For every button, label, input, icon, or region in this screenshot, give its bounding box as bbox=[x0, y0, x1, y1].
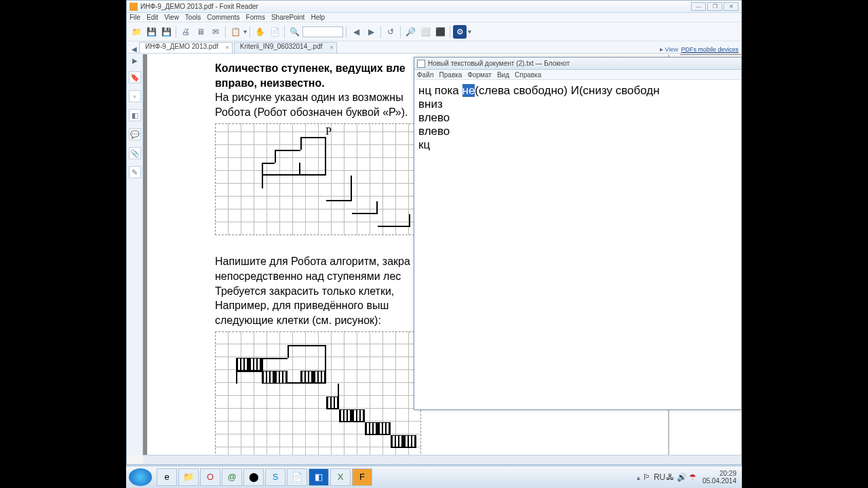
print-icon[interactable]: 🖨 bbox=[179, 25, 193, 39]
close-button[interactable]: ✕ bbox=[724, 2, 738, 11]
np-menu-format[interactable]: Формат bbox=[467, 71, 492, 79]
task-chrome-icon[interactable]: ⬤ bbox=[243, 468, 264, 486]
menu-forms[interactable]: Forms bbox=[246, 14, 265, 21]
tray-sound-icon[interactable]: 🔊 bbox=[677, 472, 686, 482]
task-notepad-icon[interactable]: 📄 bbox=[287, 468, 307, 486]
maximize-button[interactable]: ❐ bbox=[707, 2, 722, 11]
notepad-titlebar[interactable]: Новый текстовый документ (2).txt — Блокн… bbox=[414, 58, 741, 70]
tray-network-icon[interactable]: 🖧 bbox=[665, 472, 675, 482]
open-icon[interactable]: 📁 bbox=[130, 25, 143, 39]
task-opera-icon[interactable]: O bbox=[200, 468, 220, 486]
toolbar: 📁 💾 💾 🖨 🖥 ✉ 📋 ▾ ✋ 📄 🔍 ◀ ▶ ↺ 🔎 ⬜ ⬛ bbox=[127, 22, 741, 41]
menubar: File Edit View Tools Comments Forms Shar… bbox=[127, 13, 741, 22]
task-app-icon[interactable]: ◧ bbox=[309, 468, 329, 486]
document-tab[interactable]: Kriterii_IN9_06032014_.pdf× bbox=[234, 42, 337, 53]
tray-lang[interactable]: RU bbox=[654, 472, 663, 482]
signatures-icon[interactable]: ✎ bbox=[129, 166, 141, 178]
fit-icon[interactable]: ⬜ bbox=[418, 25, 432, 39]
clipboard-icon[interactable]: 📋 bbox=[229, 25, 242, 39]
figure-1: Р bbox=[215, 123, 421, 235]
robot-label: Р bbox=[326, 125, 332, 138]
next-page-icon[interactable]: ▶ bbox=[364, 25, 378, 39]
taskbar[interactable]: e 📁 O @ ⬤ S 📄 ◧ X F ▴ 🏳 RU 🖧 🔊 ☂ 20:29 0… bbox=[126, 466, 742, 488]
menu-file[interactable]: File bbox=[130, 14, 140, 21]
menu-comments[interactable]: Comments bbox=[207, 14, 239, 21]
notepad-window[interactable]: Новый текстовый документ (2).txt — Блокн… bbox=[414, 57, 742, 410]
notepad-title: Новый текстовый документ (2).txt — Блокн… bbox=[428, 60, 570, 67]
pages-icon[interactable]: ▫ bbox=[129, 90, 141, 102]
document-tab[interactable]: ИНФ-9_ДЕМО 2013.pdf× bbox=[139, 42, 233, 53]
task-excel-icon[interactable]: X bbox=[330, 468, 351, 486]
save-icon[interactable]: 💾 bbox=[144, 25, 158, 39]
text-selection: не bbox=[462, 84, 475, 97]
tray-av-icon[interactable]: ☂ bbox=[688, 472, 698, 482]
search-input[interactable] bbox=[302, 26, 343, 37]
np-menu-edit[interactable]: Правка bbox=[439, 71, 462, 79]
close-tab-icon[interactable]: × bbox=[330, 44, 333, 51]
menu-help[interactable]: Help bbox=[311, 14, 325, 21]
select-text-icon[interactable]: 📄 bbox=[268, 25, 281, 39]
np-menu-help[interactable]: Справка bbox=[515, 71, 541, 79]
sidebar: ▶ 🔖 ▫ ◧ 💬 📎 ✎ bbox=[127, 54, 143, 455]
minimize-button[interactable]: — bbox=[691, 2, 706, 11]
email-icon[interactable]: ✉ bbox=[209, 25, 222, 39]
task-mail-icon[interactable]: @ bbox=[222, 468, 242, 486]
expand-icon[interactable]: ▶ bbox=[132, 57, 138, 64]
monitor-icon[interactable]: 🖥 bbox=[194, 25, 208, 39]
menu-edit[interactable]: Edit bbox=[146, 14, 158, 21]
scrollbar-horizontal[interactable] bbox=[143, 455, 741, 464]
fit-width-icon[interactable]: ⬛ bbox=[433, 25, 447, 39]
task-skype-icon[interactable]: S bbox=[265, 468, 285, 486]
prev-page-icon[interactable]: ◀ bbox=[349, 25, 363, 39]
attachments-icon[interactable]: 📎 bbox=[129, 147, 141, 159]
rotate-left-icon[interactable]: ↺ bbox=[384, 25, 397, 39]
menu-sharepoint[interactable]: SharePoint bbox=[271, 14, 304, 21]
settings-icon[interactable]: ⚙ bbox=[453, 25, 467, 39]
figure-2 bbox=[215, 331, 421, 455]
tray-flag-icon[interactable]: 🏳 bbox=[642, 472, 652, 482]
start-button[interactable] bbox=[129, 468, 152, 486]
notepad-icon bbox=[417, 60, 425, 68]
bookmarks-icon[interactable]: 🔖 bbox=[129, 71, 141, 83]
task-explorer-icon[interactable]: 📁 bbox=[178, 468, 199, 486]
menu-view[interactable]: View bbox=[164, 14, 179, 21]
notepad-menubar: Файл Правка Формат Вид Справка bbox=[414, 70, 741, 80]
tabbar: ◀ ИНФ-9_ДЕМО 2013.pdf× Kriterii_IN9_0603… bbox=[127, 41, 741, 54]
np-menu-view[interactable]: Вид bbox=[497, 71, 509, 79]
system-tray[interactable]: ▴ 🏳 RU 🖧 🔊 ☂ 20:29 05.04.2014 bbox=[637, 470, 739, 485]
comments-icon[interactable]: 💬 bbox=[129, 128, 141, 140]
notepad-textarea[interactable]: нц пока не(слева свободно) И(снизу свобо… bbox=[414, 80, 741, 156]
titlebar[interactable]: ИНФ-9_ДЕМО 2013.pdf - Foxit Reader — ❐ ✕ bbox=[127, 1, 741, 13]
task-foxit-icon[interactable]: F bbox=[352, 468, 372, 486]
task-ie-icon[interactable]: e bbox=[157, 468, 177, 486]
zoom-icon[interactable]: 🔎 bbox=[403, 25, 417, 39]
find-icon[interactable]: 🔍 bbox=[288, 25, 301, 39]
tray-clock[interactable]: 20:29 05.04.2014 bbox=[700, 470, 739, 485]
hand-icon[interactable]: ✋ bbox=[253, 25, 267, 39]
tray-expand-icon[interactable]: ▴ bbox=[637, 474, 640, 481]
layers-icon[interactable]: ◧ bbox=[129, 109, 141, 121]
close-tab-icon[interactable]: × bbox=[225, 44, 229, 51]
np-menu-file[interactable]: Файл bbox=[417, 71, 434, 79]
save-all-icon[interactable]: 💾 bbox=[159, 25, 173, 39]
app-icon bbox=[130, 3, 138, 11]
menu-tools[interactable]: Tools bbox=[185, 14, 201, 21]
window-title: ИНФ-9_ДЕМО 2013.pdf - Foxit Reader bbox=[140, 3, 258, 10]
promo-link[interactable]: ▸ View PDFs mobile devices bbox=[660, 45, 738, 53]
